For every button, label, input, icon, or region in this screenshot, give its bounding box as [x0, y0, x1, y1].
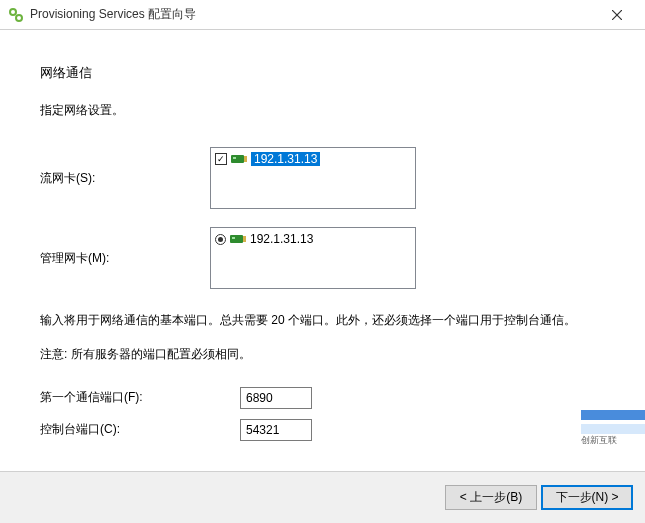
console-port-label: 控制台端口(C):: [40, 421, 240, 438]
svg-rect-8: [232, 237, 235, 239]
stream-nic-label: 流网卡(S):: [40, 170, 210, 187]
stream-nic-item[interactable]: ✓ 192.1.31.13: [213, 150, 413, 168]
svg-rect-9: [243, 236, 246, 242]
svg-point-0: [10, 9, 16, 15]
mgmt-nic-item[interactable]: 192.1.31.13: [213, 230, 413, 248]
page-heading: 网络通信: [40, 64, 605, 82]
first-port-input[interactable]: [240, 387, 312, 409]
mgmt-nic-ip: 192.1.31.13: [250, 232, 313, 246]
next-button[interactable]: 下一步(N) >: [541, 485, 633, 510]
page-subheading: 指定网络设置。: [40, 102, 605, 119]
stream-nic-ip: 192.1.31.13: [251, 152, 320, 166]
app-icon: [8, 7, 24, 23]
svg-rect-5: [233, 157, 236, 159]
mgmt-nic-label: 管理网卡(M):: [40, 250, 210, 267]
close-button[interactable]: [597, 1, 637, 29]
first-port-label: 第一个通信端口(F):: [40, 389, 240, 406]
titlebar: Provisioning Services 配置向导: [0, 0, 645, 30]
nic-icon: [230, 233, 246, 245]
back-button[interactable]: < 上一步(B): [445, 485, 537, 510]
checkbox-checked-icon[interactable]: ✓: [215, 153, 227, 165]
window-title: Provisioning Services 配置向导: [30, 6, 196, 23]
port-note: 注意: 所有服务器的端口配置必须相同。: [40, 346, 605, 363]
port-description: 输入将用于网络通信的基本端口。总共需要 20 个端口。此外，还必须选择一个端口用…: [40, 309, 605, 332]
svg-point-1: [16, 15, 22, 21]
radio-selected-icon[interactable]: [215, 234, 226, 245]
svg-rect-7: [230, 235, 243, 243]
wizard-footer: < 上一步(B) 下一步(N) >: [0, 471, 645, 523]
svg-rect-6: [244, 156, 247, 162]
wizard-page: 网络通信 指定网络设置。 流网卡(S): ✓ 192.1.31.13 管理网卡(…: [0, 30, 645, 441]
mgmt-nic-listbox[interactable]: 192.1.31.13: [210, 227, 416, 289]
svg-rect-4: [231, 155, 244, 163]
console-port-input[interactable]: [240, 419, 312, 441]
stream-nic-listbox[interactable]: ✓ 192.1.31.13: [210, 147, 416, 209]
nic-icon: [231, 153, 247, 165]
close-icon: [612, 10, 622, 20]
